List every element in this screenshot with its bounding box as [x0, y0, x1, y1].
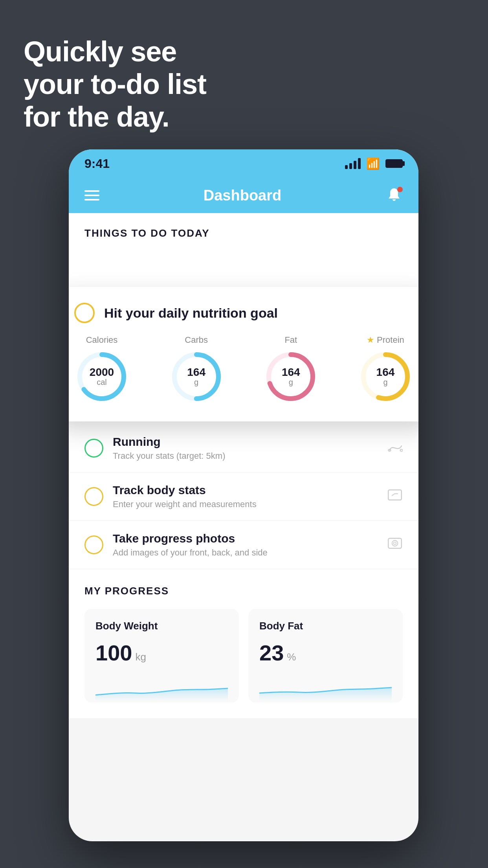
- menu-button[interactable]: [84, 190, 99, 200]
- running-check-circle[interactable]: [84, 439, 103, 458]
- app-title: Dashboard: [204, 187, 281, 204]
- progress-photos-icon: [387, 536, 403, 554]
- body-weight-title: Body Weight: [95, 620, 228, 632]
- progress-photos-check-circle[interactable]: [84, 535, 103, 554]
- calories-ring: 2000 cal: [74, 349, 129, 404]
- running-name: Running: [113, 435, 387, 449]
- body-stats-sub: Enter your weight and measurements: [113, 499, 387, 509]
- app-header: Dashboard: [69, 178, 418, 213]
- todo-body-stats[interactable]: Track body stats Enter your weight and m…: [69, 473, 418, 521]
- body-fat-card: Body Fat 23 %: [248, 609, 403, 702]
- nutrition-calories: Calories 2000 cal: [74, 335, 129, 404]
- carbs-unit: g: [187, 378, 205, 387]
- svg-rect-11: [388, 538, 402, 548]
- svg-point-13: [394, 542, 396, 544]
- fat-unit: g: [282, 378, 300, 387]
- my-progress-title: MY PROGRESS: [84, 585, 403, 597]
- calories-unit: cal: [90, 378, 114, 387]
- body-stats-name: Track body stats: [113, 484, 387, 497]
- protein-ring: 164 g: [358, 349, 413, 404]
- notification-bell[interactable]: [385, 187, 403, 204]
- status-bar: 9:41 📶: [69, 149, 418, 178]
- todo-progress-photos[interactable]: Take progress photos Add images of your …: [69, 521, 418, 569]
- nutrition-card-title: Hit your daily nutrition goal: [104, 305, 278, 321]
- phone-mockup: 9:41 📶 Dashboard THINGS TO DO TODAY: [69, 149, 418, 841]
- body-weight-value: 100: [95, 640, 132, 666]
- notification-dot: [397, 187, 403, 192]
- fat-ring: 164 g: [263, 349, 318, 404]
- nutrition-fat: Fat 164 g: [263, 335, 318, 404]
- nutrition-check-circle[interactable]: [74, 303, 95, 323]
- body-fat-value: 23: [259, 640, 284, 666]
- body-fat-chart: [259, 677, 392, 701]
- carbs-label: Carbs: [185, 335, 208, 345]
- nutrition-card: Hit your daily nutrition goal Calories 2…: [69, 287, 418, 421]
- star-icon: ★: [367, 335, 374, 345]
- body-weight-card: Body Weight 100 kg: [84, 609, 239, 702]
- calories-label: Calories: [86, 335, 118, 345]
- body-weight-unit: kg: [135, 651, 146, 663]
- carbs-ring: 164 g: [169, 349, 224, 404]
- main-content: THINGS TO DO TODAY Hit your daily nutrit…: [69, 213, 418, 718]
- svg-rect-10: [388, 490, 402, 500]
- nutrition-protein: ★ Protein 164 g: [358, 335, 413, 404]
- my-progress-section: MY PROGRESS Body Weight 100 kg: [69, 569, 418, 718]
- progress-photos-name: Take progress photos: [113, 532, 387, 545]
- fat-label: Fat: [284, 335, 297, 345]
- body-fat-unit: %: [287, 651, 296, 663]
- running-sub: Track your stats (target: 5km): [113, 451, 387, 461]
- protein-value: 164: [376, 367, 395, 378]
- body-stats-check-circle[interactable]: [84, 487, 103, 506]
- signal-icon: [345, 158, 361, 169]
- svg-point-12: [392, 540, 398, 546]
- svg-point-8: [400, 449, 403, 451]
- carbs-value: 164: [187, 367, 205, 378]
- nutrition-row: Calories 2000 cal Carbs: [74, 335, 413, 404]
- status-time: 9:41: [84, 156, 110, 171]
- body-stats-icon: [387, 488, 403, 506]
- fat-value: 164: [282, 367, 300, 378]
- headline: Quickly see your to-do list for the day.: [24, 35, 206, 133]
- running-icon: [387, 440, 403, 456]
- protein-unit: g: [376, 378, 395, 387]
- progress-cards: Body Weight 100 kg: [84, 609, 403, 702]
- todo-running[interactable]: Running Track your stats (target: 5km): [69, 424, 418, 473]
- status-icons: 📶: [345, 157, 403, 170]
- calories-value: 2000: [90, 367, 114, 378]
- things-to-do-title: THINGS TO DO TODAY: [84, 227, 210, 239]
- battery-icon: [385, 159, 403, 168]
- nutrition-carbs: Carbs 164 g: [169, 335, 224, 404]
- body-fat-title: Body Fat: [259, 620, 392, 632]
- body-weight-chart: [95, 677, 228, 701]
- progress-photos-sub: Add images of your front, back, and side: [113, 548, 387, 558]
- todo-list: Running Track your stats (target: 5km) T…: [69, 424, 418, 569]
- protein-label: ★ Protein: [367, 335, 404, 345]
- wifi-icon: 📶: [366, 157, 380, 170]
- things-to-do-header: THINGS TO DO TODAY: [69, 213, 418, 247]
